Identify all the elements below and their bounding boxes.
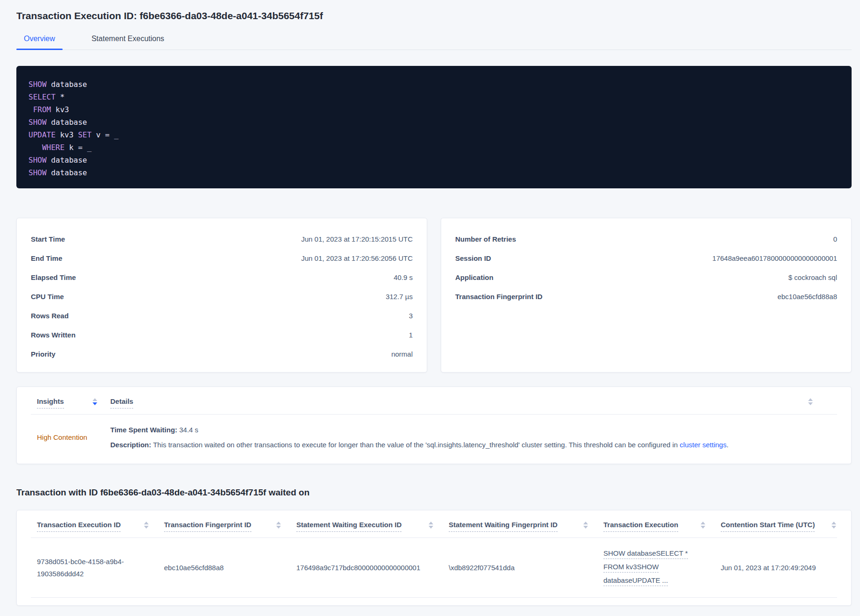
cell-transaction-execution-statement: SHOW databaseSELECT * FROM kv3SHOW datab…	[597, 547, 715, 588]
transaction-execution-page: Transaction Execution ID: f6be6366-da03-…	[16, 0, 852, 606]
sql-text: database	[47, 156, 87, 165]
sql-line: WHERE k = _	[29, 141, 842, 154]
sort-icon[interactable]	[93, 398, 97, 405]
page-title: Transaction Execution ID: f6be6366-da03-…	[16, 9, 852, 22]
stat-row-rows-written: Rows Written1	[31, 325, 413, 344]
sql-keyword: SET	[78, 130, 92, 139]
active-tab-underline	[16, 49, 63, 50]
column-header-statement-waiting-fingerprint-id: Statement Waiting Fingerprint ID	[443, 521, 597, 532]
stat-row-end-time: End TimeJun 01, 2023 at 17:20:56:2056 UT…	[31, 249, 413, 268]
waiting-value: 34.4 s	[177, 426, 198, 434]
insights-column-label[interactable]: Insights	[37, 397, 64, 408]
column-header-transaction-execution-id: Transaction Execution ID	[31, 521, 158, 532]
stat-label: Elapsed Time	[31, 273, 76, 281]
column-label[interactable]: Statement Waiting Execution ID	[296, 521, 401, 532]
sort-up-icon	[583, 522, 588, 524]
column-label[interactable]: Transaction Fingerprint ID	[164, 521, 251, 532]
column-label[interactable]: Statement Waiting Fingerprint ID	[449, 521, 558, 532]
sort-icon[interactable]	[808, 398, 813, 405]
cell-transaction-execution-id: 9738d051-bc0e-4158-a9b4-1903586ddd42	[31, 556, 158, 580]
table-row: 9738d051-bc0e-4158-a9b4-1903586ddd42 ebc…	[31, 538, 837, 598]
stat-row-retries: Number of Retries0	[455, 229, 837, 249]
sort-up-icon	[808, 398, 813, 401]
sql-line: UPDATE kv3 SET v = _	[29, 129, 842, 141]
sql-text: v = _	[92, 130, 119, 139]
sql-keyword: SHOW	[29, 156, 47, 165]
sort-up-icon	[276, 522, 281, 524]
stat-row-session-id: Session ID17648a9eea60178000000000000000…	[455, 249, 837, 268]
sort-up-icon	[831, 522, 836, 524]
insight-details: Time Spent Waiting: 34.4 s Description: …	[110, 425, 837, 450]
insight-description: Description: This transaction waited on …	[110, 440, 837, 450]
sql-text: database	[47, 168, 87, 177]
description-label: Description:	[110, 441, 151, 449]
tab-overview[interactable]: Overview	[16, 35, 63, 50]
high-contention-badge: High Contention	[31, 433, 110, 441]
stat-label: Transaction Fingerprint ID	[455, 293, 543, 301]
sort-down-icon	[144, 526, 149, 529]
sort-icon[interactable]	[831, 522, 836, 529]
sql-line: SHOW database	[29, 116, 842, 129]
sql-text	[29, 143, 42, 152]
sort-icon[interactable]	[701, 522, 705, 529]
stat-label: Session ID	[455, 254, 491, 262]
stat-row-priority: Prioritynormal	[31, 344, 413, 364]
sql-line: SHOW database	[29, 78, 842, 91]
transaction-fingerprint-link[interactable]: ebc10ae56cfd88a8	[777, 293, 837, 301]
tab-overview-label: Overview	[24, 35, 55, 43]
stat-value: 312.7 µs	[386, 293, 413, 301]
insights-table: Insights Details High Contention Time Sp…	[16, 387, 852, 464]
stat-label: Priority	[31, 350, 56, 358]
stat-label: Number of Retries	[455, 235, 516, 243]
details-column-header: Details	[110, 397, 808, 406]
stat-value: 1	[409, 331, 413, 339]
tab-statement-executions[interactable]: Statement Executions	[84, 35, 172, 50]
sort-down-icon	[808, 402, 813, 405]
sort-icon[interactable]	[144, 522, 149, 529]
sql-keyword: UPDATE	[29, 130, 56, 139]
description-text: This transaction waited on other transac…	[151, 441, 680, 449]
stat-row-elapsed-time: Elapsed Time40.9 s	[31, 268, 413, 287]
stat-value: 40.9 s	[394, 273, 413, 281]
sql-text	[29, 105, 33, 114]
sort-icon[interactable]	[583, 522, 588, 529]
sort-icon[interactable]	[429, 522, 433, 529]
execution-details-card: Start TimeJun 01, 2023 at 17:20:15:2015 …	[16, 218, 427, 372]
sql-line: SHOW database	[29, 166, 842, 179]
stat-row-application: Application$ cockroach sql	[455, 268, 837, 287]
waited-on-heading: Transaction with ID f6be6366-da03-48de-a…	[16, 487, 852, 498]
sql-keyword: FROM	[33, 105, 51, 114]
sql-line: SELECT *	[29, 91, 842, 103]
transaction-execution-link[interactable]: SHOW databaseSELECT *	[603, 549, 688, 559]
tab-bar: Overview Statement Executions	[16, 35, 852, 50]
transaction-execution-link[interactable]: FROM kv3SHOW	[603, 562, 659, 573]
cluster-settings-link[interactable]: cluster settings	[680, 441, 726, 449]
sort-icon[interactable]	[276, 522, 281, 529]
stat-value: Jun 01, 2023 at 17:20:15:2015 UTC	[301, 235, 413, 243]
tab-statement-executions-label: Statement Executions	[92, 35, 165, 43]
sort-up-icon	[429, 522, 433, 524]
sql-text: database	[47, 118, 87, 127]
sql-keyword: WHERE	[42, 143, 64, 152]
details-column-label[interactable]: Details	[110, 397, 133, 408]
column-label[interactable]: Transaction Execution ID	[37, 521, 121, 532]
sort-up-icon	[144, 522, 149, 524]
time-spent-waiting: Time Spent Waiting: 34.4 s	[110, 425, 837, 435]
summary-cards-row: Start TimeJun 01, 2023 at 17:20:15:2015 …	[16, 218, 852, 372]
sql-statements-box: SHOW database SELECT * FROM kv3 SHOW dat…	[16, 66, 852, 188]
sort-down-icon	[583, 526, 588, 529]
stat-value: $ cockroach sql	[788, 273, 837, 281]
column-label[interactable]: Contention Start Time (UTC)	[721, 521, 815, 532]
stat-value: 0	[833, 235, 837, 243]
column-label[interactable]: Transaction Execution	[603, 521, 678, 532]
sql-keyword: SELECT	[29, 93, 56, 101]
cell-statement-waiting-execution-id: 176498a9c717bdc80000000000000001	[290, 562, 443, 574]
sql-text: kv3	[51, 105, 69, 114]
sort-down-icon	[429, 526, 433, 529]
stat-row-start-time: Start TimeJun 01, 2023 at 17:20:15:2015 …	[31, 229, 413, 249]
waited-on-table-header: Transaction Execution ID Transaction Fin…	[31, 510, 837, 538]
sql-keyword: SHOW	[29, 118, 47, 127]
stat-row-transaction-fingerprint-id: Transaction Fingerprint IDebc10ae56cfd88…	[455, 287, 837, 306]
session-details-card: Number of Retries0 Session ID17648a9eea6…	[441, 218, 852, 372]
transaction-execution-link[interactable]: databaseUPDATE ...	[603, 576, 668, 586]
